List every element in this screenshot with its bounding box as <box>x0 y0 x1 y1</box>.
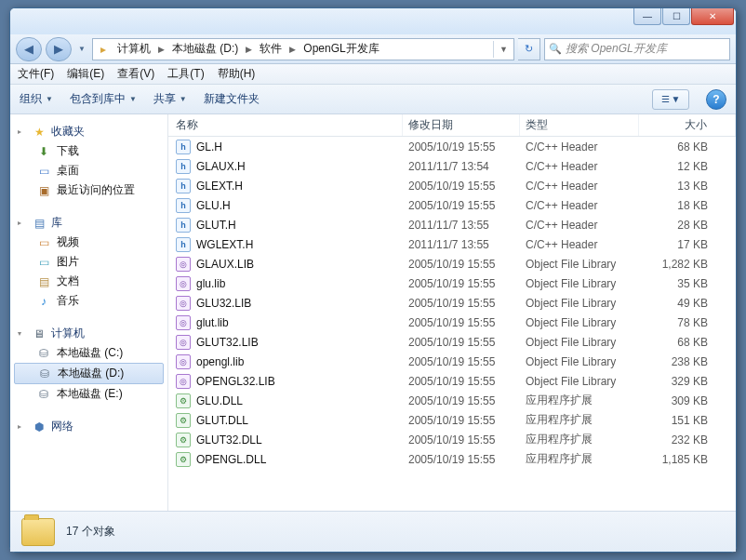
nav-bar: ◀ ▶ ▼ ▸ 计算机 ▶ 本地磁盘 (D:) ▶ 软件 ▶ OpenGL开发库… <box>10 34 736 64</box>
titlebar[interactable]: — ☐ ✕ <box>10 8 736 34</box>
file-type: Object File Library <box>520 316 639 329</box>
file-row[interactable]: ⚙OPENGL.DLL2005/10/19 15:55应用程序扩展1,185 K… <box>168 449 736 469</box>
file-row[interactable]: hGLUT.H2011/11/7 13:55C/C++ Header28 KB <box>168 215 736 234</box>
sidebar-libraries[interactable]: ▸▤ 库 <box>10 213 167 233</box>
file-date: 2005/10/19 15:55 <box>403 433 520 447</box>
sidebar-music[interactable]: ♪音乐 <box>10 291 167 311</box>
file-row[interactable]: ◎OPENGL32.LIB2005/10/19 15:55Object File… <box>168 371 736 391</box>
file-type: Object File Library <box>520 336 639 349</box>
file-size: 18 KB <box>639 199 736 212</box>
organize-button[interactable]: 组织▼ <box>20 91 53 107</box>
file-row[interactable]: hGLAUX.H2011/11/7 13:54C/C++ Header12 KB <box>168 156 736 176</box>
file-row[interactable]: hWGLEXT.H2011/11/7 13:55C/C++ Header17 K… <box>168 234 736 254</box>
back-button[interactable]: ◀ <box>16 37 42 61</box>
file-name: opengl.lib <box>196 355 244 368</box>
crumb-computer[interactable]: 计算机 <box>113 39 154 60</box>
sidebar-drive-e[interactable]: ⛁本地磁盘 (E:) <box>10 384 167 404</box>
menu-help[interactable]: 帮助(H) <box>218 66 256 82</box>
file-row[interactable]: hGL.H2005/10/19 15:55C/C++ Header68 KB <box>168 137 736 156</box>
sidebar-drive-c[interactable]: ⛁本地磁盘 (C:) <box>10 343 167 363</box>
file-row[interactable]: ◎opengl.lib2005/10/19 15:55Object File L… <box>168 352 736 371</box>
sidebar-favorites[interactable]: ▸★ 收藏夹 <box>10 122 167 141</box>
file-icon: ⚙ <box>176 413 191 428</box>
file-type: Object File Library <box>520 355 639 368</box>
file-icon: ⚙ <box>176 452 191 467</box>
file-icon: h <box>176 140 191 154</box>
sidebar-network[interactable]: ▸⬢ 网络 <box>10 417 167 436</box>
drive-icon: ⛁ <box>36 346 51 361</box>
file-row[interactable]: ⚙GLUT32.DLL2005/10/19 15:55应用程序扩展232 KB <box>168 430 736 449</box>
sidebar-videos[interactable]: ▭视频 <box>10 233 167 252</box>
chevron-right-icon[interactable]: ▶ <box>242 45 256 54</box>
file-size: 78 KB <box>639 316 736 329</box>
file-row[interactable]: ◎GLUT32.LIB2005/10/19 15:55Object File L… <box>168 332 736 352</box>
file-row[interactable]: ◎GLAUX.LIB2005/10/19 15:55Object File Li… <box>168 254 736 273</box>
sidebar-docs[interactable]: ▤文档 <box>10 272 167 291</box>
col-name[interactable]: 名称 <box>168 114 403 136</box>
file-name: glut.lib <box>196 316 229 329</box>
file-icon: ◎ <box>176 374 191 389</box>
file-size: 35 KB <box>639 277 736 290</box>
crumb-opengl[interactable]: OpenGL开发库 <box>300 39 382 60</box>
sidebar: ▸★ 收藏夹 ⬇下载 ▭桌面 ▣最近访问的位置 ▸▤ 库 ▭视频 ▭图片 ▤文档… <box>10 114 168 511</box>
menu-tools[interactable]: 工具(T) <box>167 66 204 82</box>
file-date: 2005/10/19 15:55 <box>403 199 520 212</box>
share-button[interactable]: 共享▼ <box>153 91 187 107</box>
menu-file[interactable]: 文件(F) <box>18 66 54 82</box>
file-name: GL.H <box>196 140 222 153</box>
chevron-right-icon[interactable]: ▶ <box>286 45 300 54</box>
file-date: 2005/10/19 15:55 <box>403 355 520 368</box>
col-size[interactable]: 大小 <box>639 114 736 136</box>
file-name: GLUT32.DLL <box>196 433 262 447</box>
search-icon: 🔍 <box>549 43 562 55</box>
search-input[interactable]: 🔍 搜索 OpenGL开发库 <box>544 38 730 60</box>
network-icon: ⬢ <box>32 420 47 434</box>
file-size: 12 KB <box>639 160 736 173</box>
sidebar-drive-d[interactable]: ⛁本地磁盘 (D:) <box>14 363 164 384</box>
crumb-software[interactable]: 软件 <box>256 39 286 60</box>
file-name: OPENGL32.LIB <box>196 375 275 388</box>
file-list[interactable]: hGL.H2005/10/19 15:55C/C++ Header68 KBhG… <box>168 137 736 511</box>
menu-edit[interactable]: 编辑(E) <box>67 66 104 82</box>
menu-view[interactable]: 查看(V) <box>117 66 154 82</box>
desktop-icon: ▭ <box>36 164 51 179</box>
forward-button[interactable]: ▶ <box>46 37 72 61</box>
sidebar-computer[interactable]: ▾🖥 计算机 <box>10 324 167 343</box>
file-size: 17 KB <box>639 238 736 251</box>
path-dropdown[interactable]: ▼ <box>493 41 513 58</box>
close-button[interactable]: ✕ <box>691 8 734 25</box>
refresh-button[interactable]: ↻ <box>518 38 540 60</box>
file-type: Object File Library <box>520 277 639 290</box>
file-row[interactable]: hGLU.H2005/10/19 15:55C/C++ Header18 KB <box>168 195 736 215</box>
file-name: GLAUX.LIB <box>196 258 254 271</box>
file-row[interactable]: ⚙GLUT.DLL2005/10/19 15:55应用程序扩展151 KB <box>168 410 736 430</box>
body: ▸★ 收藏夹 ⬇下载 ▭桌面 ▣最近访问的位置 ▸▤ 库 ▭视频 ▭图片 ▤文档… <box>10 114 736 511</box>
file-date: 2005/10/19 15:55 <box>403 414 520 427</box>
sidebar-recent[interactable]: ▣最近访问的位置 <box>10 180 167 200</box>
help-button[interactable]: ? <box>706 89 726 110</box>
newfolder-button[interactable]: 新建文件夹 <box>204 91 260 107</box>
breadcrumb[interactable]: ▸ 计算机 ▶ 本地磁盘 (D:) ▶ 软件 ▶ OpenGL开发库 ▼ <box>92 38 514 60</box>
file-type: C/C++ Header <box>520 160 639 173</box>
library-icon: ▤ <box>32 216 47 231</box>
maximize-button[interactable]: ☐ <box>662 8 690 25</box>
col-date[interactable]: 修改日期 <box>403 114 520 136</box>
file-row[interactable]: ◎glu.lib2005/10/19 15:55Object File Libr… <box>168 273 736 293</box>
file-row[interactable]: ⚙GLU.DLL2005/10/19 15:55应用程序扩展309 KB <box>168 391 736 410</box>
history-dropdown[interactable]: ▼ <box>75 40 88 59</box>
file-row[interactable]: ◎glut.lib2005/10/19 15:55Object File Lib… <box>168 313 736 332</box>
file-row[interactable]: hGLEXT.H2005/10/19 15:55C/C++ Header13 K… <box>168 176 736 195</box>
star-icon: ★ <box>32 125 47 140</box>
sidebar-downloads[interactable]: ⬇下载 <box>10 141 167 161</box>
crumb-drive-d[interactable]: 本地磁盘 (D:) <box>168 39 242 60</box>
minimize-button[interactable]: — <box>633 8 661 25</box>
file-type: 应用程序扩展 <box>520 412 639 428</box>
file-row[interactable]: ◎GLU32.LIB2005/10/19 15:55Object File Li… <box>168 293 736 313</box>
view-mode-button[interactable]: ☰ ▼ <box>652 89 689 110</box>
chevron-right-icon[interactable]: ▶ <box>154 45 168 54</box>
sidebar-pictures[interactable]: ▭图片 <box>10 252 167 272</box>
col-type[interactable]: 类型 <box>520 114 639 136</box>
download-icon: ⬇ <box>36 144 51 159</box>
include-button[interactable]: 包含到库中▼ <box>70 91 137 107</box>
sidebar-desktop[interactable]: ▭桌面 <box>10 161 167 180</box>
